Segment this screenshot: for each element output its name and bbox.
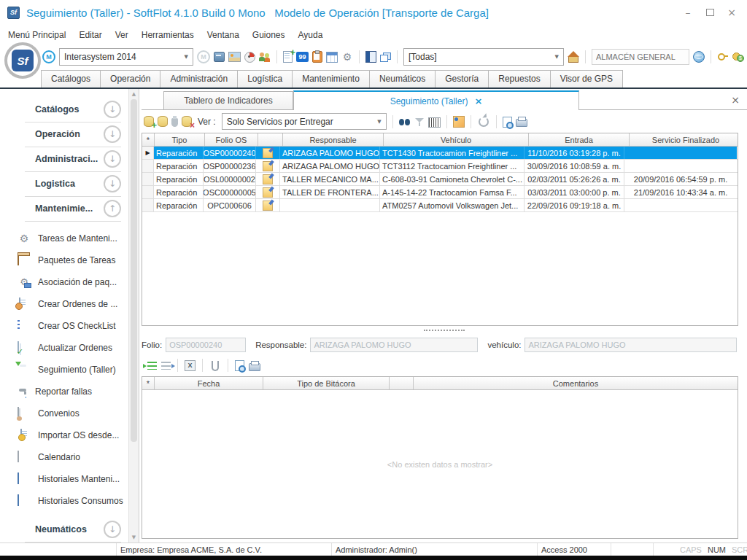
sidebar-category-catalogos[interactable]: Catálogos ↓ <box>25 98 121 122</box>
chevron-down-circle-icon: ↓ <box>104 521 121 538</box>
print-preview-icon[interactable] <box>235 360 244 371</box>
attachment-icon[interactable] <box>212 361 219 371</box>
sidebar-category-logistica[interactable]: Logistica ↓ <box>25 172 121 197</box>
sidebar-item-crear-ordenes[interactable]: Crear Ordenes de ... <box>0 293 128 315</box>
archive-icon[interactable] <box>214 52 225 62</box>
table-row[interactable]: Reparación OSP00000236 ARIZAGA PALOMO HU… <box>142 160 738 173</box>
menu-item-ver[interactable]: Ver <box>109 27 135 43</box>
column-header-tipo[interactable]: Tipo <box>155 133 205 146</box>
column-header-folio[interactable]: Folio OS <box>205 133 258 146</box>
column-header-comentarios[interactable]: Comentarios <box>414 377 738 389</box>
sidebar-item-paquetes-tareas[interactable]: Paquetes de Tareas <box>0 249 128 271</box>
column-header-responsable[interactable]: Responsable <box>283 133 384 146</box>
scrollbar-thumb[interactable] <box>131 99 137 442</box>
printer-icon[interactable] <box>516 119 527 127</box>
tab-neumaticos[interactable]: Neumáticos <box>369 70 436 88</box>
clipboard-icon[interactable] <box>312 51 322 63</box>
scroll-down-icon[interactable]: ▼ <box>132 532 136 542</box>
sidebar-category-administracion[interactable]: Administraci... ↓ <box>25 147 121 172</box>
menu-item-guiones[interactable]: Guiones <box>246 27 292 43</box>
sidebar-item-historiales-mantenimiento[interactable]: Historiales Manteni... <box>0 468 128 490</box>
refresh-icon[interactable] <box>479 117 489 127</box>
minimize-button[interactable]: – <box>677 4 699 20</box>
menu-item-ventana[interactable]: Ventana <box>201 27 246 43</box>
export-excel-icon[interactable]: X <box>185 360 196 371</box>
sidebar-item-importar-os[interactable]: Importar OS desde... <box>0 424 128 446</box>
sidebar-item-crear-os-checklist[interactable]: Crear OS CheckList <box>0 315 128 337</box>
column-header-servicio-finalizado[interactable]: Servicio Finalizado <box>630 133 742 146</box>
column-header-vehiculo[interactable]: Vehículo <box>384 133 529 146</box>
tab-administracion[interactable]: Administración <box>160 70 238 88</box>
doc-tab-seguimiento[interactable]: Seguimiento (Taller) × <box>293 90 579 110</box>
image-icon[interactable] <box>228 52 241 62</box>
restore-button[interactable] <box>699 4 721 20</box>
sidebar-item-seguimiento-taller[interactable]: Seguimiento (Taller) <box>0 359 128 381</box>
column-header-entrada[interactable]: Entrada <box>529 133 630 146</box>
tab-visor-gps[interactable]: Visor de GPS <box>550 70 623 88</box>
sidebar-item-actualizar-ordenes[interactable]: Actualizar Ordenes <box>0 337 128 359</box>
menu-item-principal[interactable]: Menú Principal <box>1 27 72 43</box>
view-select[interactable]: Solo Servicios por Entregar ▼ <box>222 113 387 130</box>
sidebar-item-tareas-mantenimiento[interactable]: ⚙ Tareas de Manteni... <box>0 228 128 249</box>
tab-operacion[interactable]: Operación <box>100 70 160 88</box>
table-row[interactable]: Reparación OPC000606 ATM0257 Automovil V… <box>142 199 738 212</box>
sidebar-item-asociacion-paquetes[interactable]: ⚙ Asociación de paq... <box>0 271 128 293</box>
move-row-icon[interactable] <box>161 362 171 370</box>
users-group-icon[interactable] <box>259 52 271 62</box>
coins-icon[interactable] <box>732 52 744 62</box>
menu-item-ayuda[interactable]: Ayuda <box>292 27 330 43</box>
sidebar-category-operacion[interactable]: Operación ↓ <box>25 122 121 147</box>
insert-row-icon[interactable] <box>147 362 157 370</box>
sidebar-category-neumaticos[interactable]: Neumáticos ↓ <box>25 518 121 542</box>
panel-icon[interactable] <box>365 51 376 63</box>
add-record-icon[interactable] <box>144 116 154 127</box>
column-header-blank[interactable] <box>390 377 414 389</box>
menu-item-herramientas[interactable]: Herramientas <box>135 27 201 43</box>
sidebar-item-historiales-consumos[interactable]: Historiales Consumos <box>0 490 128 512</box>
tab-logistica[interactable]: Logística <box>237 70 293 88</box>
scroll-up-icon[interactable]: ▲ <box>132 89 136 99</box>
printer-icon[interactable] <box>249 363 260 371</box>
table-row[interactable]: ▶ Reparación OSP00000240 ARIZAGA PALOMO … <box>142 147 738 160</box>
key-icon[interactable] <box>717 52 729 62</box>
column-header-fecha[interactable]: Fecha <box>155 377 263 389</box>
sidebar-item-reportar-fallas[interactable]: Reportar fallas <box>0 381 128 402</box>
table-row[interactable]: Reparación OSC00000005 TALLER DE FRONTER… <box>142 186 738 199</box>
panel-close-icon[interactable]: × <box>731 95 740 105</box>
barcode-icon[interactable] <box>428 117 441 128</box>
globe-icon[interactable] <box>693 51 705 63</box>
table-row[interactable]: Reparación OSL00000002 TALLER MECANICO M… <box>142 173 738 186</box>
monitor-icon[interactable]: M <box>42 50 55 63</box>
column-header-icon[interactable] <box>258 133 283 146</box>
tab-mantenimiento[interactable]: Mantenimiento <box>292 70 370 88</box>
flask-icon[interactable] <box>171 118 178 127</box>
table-icon[interactable] <box>326 52 338 63</box>
column-header-indicator: * <box>142 377 155 389</box>
gear-icon[interactable]: ⚙ <box>341 51 353 63</box>
database-icon[interactable] <box>158 116 168 127</box>
note-icon[interactable] <box>453 116 465 128</box>
filter-todas-select[interactable]: [Todas] ▼ <box>403 48 564 66</box>
gauge-icon[interactable] <box>244 52 255 63</box>
home-icon[interactable] <box>568 52 579 62</box>
badge-99-icon[interactable]: 99 <box>296 52 309 62</box>
column-header-tipo-bitacora[interactable]: Tipo de Bitácora <box>263 377 390 389</box>
splitter-handle[interactable] <box>142 326 747 335</box>
filter-icon[interactable] <box>414 117 425 127</box>
tab-catalogos[interactable]: Catálogos <box>41 70 101 88</box>
windows-icon[interactable] <box>380 52 391 62</box>
sidebar-item-convenios[interactable]: Convenios <box>0 402 128 424</box>
menu-item-editar[interactable]: Editar <box>72 27 108 43</box>
company-select[interactable]: Interasystem 2014 ▼ <box>59 48 193 66</box>
tab-repuestos[interactable]: Repuestos <box>488 70 550 88</box>
print-preview-icon[interactable] <box>503 117 512 128</box>
search-binoculars-icon[interactable] <box>399 118 411 127</box>
sidebar-item-calendario[interactable]: Calendario <box>0 446 128 468</box>
sidebar-category-mantenimiento[interactable]: Mantenimie... ↑ <box>25 197 121 222</box>
tab-gestoria[interactable]: Gestoría <box>435 70 489 88</box>
tab-close-icon[interactable]: × <box>474 96 482 106</box>
new-document-icon[interactable] <box>283 51 293 63</box>
doc-tab-tablero[interactable]: Tablero de Indicadores <box>163 91 293 109</box>
delete-record-icon[interactable] <box>182 116 192 127</box>
close-button[interactable]: × <box>721 4 743 20</box>
